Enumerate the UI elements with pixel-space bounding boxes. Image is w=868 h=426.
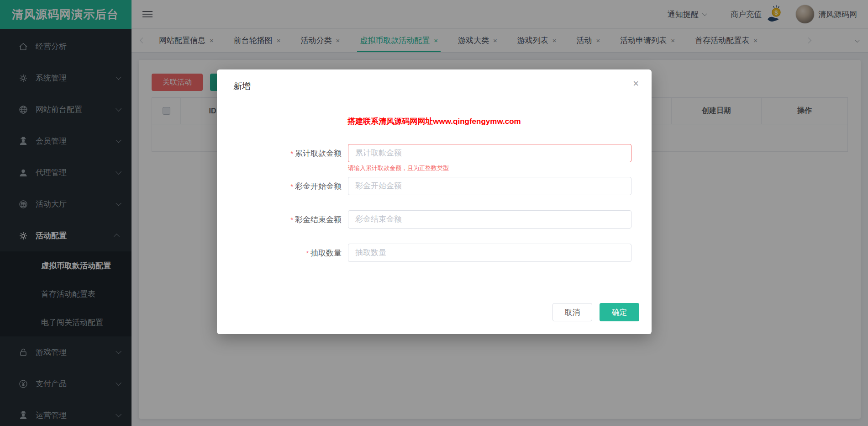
field-label: *累计取款金额 [217, 148, 348, 159]
validation-error-message: 请输入累计取款金额，且为正整数类型 [348, 164, 449, 172]
required-mark: * [290, 149, 293, 157]
total-withdraw-amount-input[interactable] [348, 144, 631, 162]
draw-count-input[interactable] [348, 244, 631, 262]
required-mark: * [290, 182, 293, 190]
bonus-start-amount-input[interactable] [348, 177, 631, 195]
form-row-bonus-start: *彩金开始金额 [217, 177, 652, 195]
cancel-button[interactable]: 取消 [552, 303, 592, 321]
dialog-close-icon[interactable]: × [633, 79, 639, 89]
dialog-title: 新增 [233, 80, 251, 92]
add-dialog: 新增 × 搭建联系清风源码网网址www.qingfengymw.com *累计取… [217, 69, 652, 334]
required-mark: * [306, 249, 309, 257]
field-label: *抽取数量 [217, 248, 348, 258]
form-row-draw-count: *抽取数量 [217, 244, 652, 262]
field-label: *彩金开始金额 [217, 181, 348, 192]
add-form: *累计取款金额 请输入累计取款金额，且为正整数类型 *彩金开始金额 *彩金结束金… [217, 144, 652, 262]
confirm-button[interactable]: 确定 [600, 303, 639, 321]
required-mark: * [290, 216, 293, 224]
bonus-end-amount-input[interactable] [348, 210, 631, 229]
field-label: *彩金结束金额 [217, 214, 348, 225]
form-row-total-withdraw: *累计取款金额 请输入累计取款金额，且为正整数类型 [217, 144, 652, 162]
dialog-footer: 取消 确定 [552, 303, 639, 321]
ad-text: 搭建联系清风源码网网址www.qingfengymw.com [217, 116, 652, 127]
form-row-bonus-end: *彩金结束金额 [217, 210, 652, 229]
